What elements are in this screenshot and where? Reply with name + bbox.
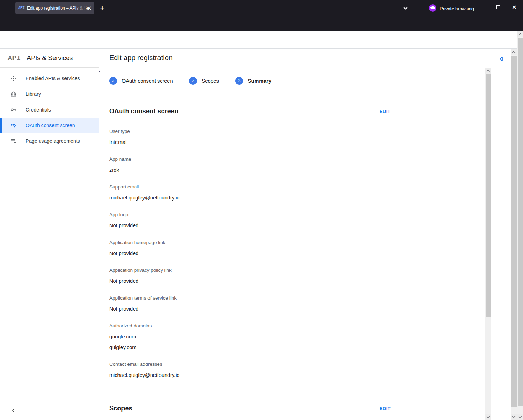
content-scrollbar[interactable] — [485, 68, 491, 420]
step-connector — [177, 81, 185, 81]
scroll-down-icon[interactable] — [485, 414, 491, 420]
sidebar-item-library[interactable]: Library — [0, 86, 99, 102]
scroll-up-icon[interactable] — [517, 31, 523, 37]
field-contact-emails: Contact email addresses michael.quigley@… — [109, 362, 491, 378]
field-value: Not provided — [109, 278, 491, 284]
browser-tab[interactable]: API Edit app registration – APIs & Se ✕ — [15, 2, 94, 14]
scroll-up-icon[interactable] — [485, 68, 491, 74]
field-app-name: App name zrok — [109, 156, 491, 173]
field-value: Internal — [109, 139, 491, 145]
library-icon — [10, 90, 17, 98]
sidebar-product-title: APIs & Services — [27, 55, 73, 62]
field-label: Authorized domains — [109, 323, 491, 329]
tab-title-fade — [74, 2, 86, 14]
step-label: OAuth consent screen — [122, 78, 173, 84]
sidebar-item-label: OAuth consent screen — [26, 123, 75, 128]
tab-close-icon[interactable]: ✕ — [86, 5, 93, 11]
step-check-icon: ✓ — [109, 77, 117, 85]
field-support-email: Support email michael.quigley@netfoundry… — [109, 184, 491, 201]
sidebar-item-label: Enabled APIs & services — [26, 76, 80, 81]
sidebar-nav: Enabled APIs & services Library Credenti… — [0, 68, 99, 149]
scroll-down-icon[interactable] — [511, 414, 517, 420]
stepper: ✓ OAuth consent screen ✓ Scopes 3 Summar… — [109, 77, 491, 85]
sidebar-item-enabled-apis[interactable]: Enabled APIs & services — [0, 71, 99, 86]
field-label: Application terms of service link — [109, 295, 491, 301]
step-label: Summary — [248, 78, 271, 84]
section-divider — [109, 390, 391, 390]
panel-collapse-icon[interactable] — [497, 55, 505, 63]
right-side-panel — [491, 49, 511, 420]
step-summary[interactable]: 3 Summary — [235, 77, 271, 85]
window-minimize-button[interactable] — [474, 0, 490, 14]
api-product-icon: API — [8, 54, 21, 62]
scroll-down-icon[interactable] — [517, 414, 523, 420]
field-value: Not provided — [109, 223, 491, 229]
browser-scrollbar-thumb[interactable] — [518, 38, 523, 406]
field-value: google.com — [109, 334, 491, 340]
private-mask-icon — [429, 4, 436, 13]
field-label: App name — [109, 156, 491, 162]
field-value: quigley.com — [109, 344, 491, 351]
sidebar-item-credentials[interactable]: Credentials — [0, 102, 99, 118]
sidebar-item-label: Library — [26, 91, 41, 97]
field-value: michael.quigley@netfoundry.io — [109, 372, 491, 378]
summary-fields: User type Internal App name zrok Support… — [109, 129, 491, 378]
api-favicon-icon: API — [18, 6, 25, 10]
field-value: zrok — [109, 167, 491, 173]
content-scrollbar-thumb[interactable] — [486, 74, 491, 317]
sidebar-item-page-usage-agreements[interactable]: Page usage agreements — [0, 133, 99, 149]
main-content: Edit app registration ✓ OAuth consent sc… — [100, 49, 491, 420]
step-scopes[interactable]: ✓ Scopes — [189, 77, 219, 85]
key-icon — [10, 106, 17, 113]
browser-window: API Edit app registration – APIs & Se ✕ … — [0, 0, 523, 420]
field-value: Not provided — [109, 250, 491, 256]
new-tab-button[interactable]: + — [98, 4, 107, 13]
edit-scopes-link[interactable]: EDIT — [380, 406, 391, 411]
field-value: michael.quigley@netfoundry.io — [109, 195, 491, 201]
field-user-type: User type Internal — [109, 129, 491, 145]
step-check-icon: ✓ — [189, 77, 197, 85]
browser-toolbar: https://console.cloud.google.com/apis/cr… — [0, 16, 523, 31]
sidebar-item-oauth-consent-screen[interactable]: OAuth consent screen — [0, 118, 99, 133]
tab-list-chevron-icon[interactable] — [400, 4, 411, 12]
sidebar-collapse-icon[interactable] — [9, 406, 17, 414]
field-authorized-domains: Authorized domains google.com quigley.co… — [109, 323, 491, 351]
step-label: Scopes — [202, 78, 219, 84]
main-header: Edit app registration — [100, 49, 491, 67]
field-label: Application privacy policy link — [109, 268, 491, 273]
page-title: Edit app registration — [109, 54, 173, 62]
private-browsing-badge: Private browsing — [429, 4, 474, 13]
field-label: App logo — [109, 212, 491, 218]
field-value: Not provided — [109, 306, 491, 312]
console-scrollbar-thumb[interactable] — [511, 56, 517, 407]
page-usage-agreements-icon — [10, 138, 17, 145]
window-close-button[interactable]: ✕ — [506, 0, 522, 14]
field-privacy-policy-link: Application privacy policy link Not prov… — [109, 268, 491, 284]
step-number: 3 — [235, 77, 243, 85]
browser-scrollbar[interactable] — [517, 31, 523, 420]
field-app-logo: App logo Not provided — [109, 212, 491, 229]
field-label: User type — [109, 129, 491, 134]
private-browsing-label: Private browsing — [440, 6, 474, 11]
field-label: Support email — [109, 184, 491, 190]
console-scrollbar[interactable] — [511, 49, 517, 420]
tab-bar: API Edit app registration – APIs & Se ✕ … — [0, 0, 523, 16]
sidebar: API APIs & Services Enabled APIs & servi… — [0, 49, 99, 420]
field-label: Contact email addresses — [109, 362, 491, 367]
sidebar-header: API APIs & Services — [0, 49, 99, 68]
enabled-apis-icon — [10, 75, 17, 82]
scroll-up-icon[interactable] — [511, 49, 517, 55]
step-oauth-consent-screen[interactable]: ✓ OAuth consent screen — [109, 77, 173, 85]
window-maximize-button[interactable] — [490, 0, 506, 14]
field-terms-of-service-link: Application terms of service link Not pr… — [109, 295, 491, 312]
step-connector — [223, 81, 231, 81]
field-label: Application homepage link — [109, 240, 491, 245]
section-title: OAuth consent screen — [109, 108, 178, 115]
section-header-scopes: Scopes EDIT — [109, 405, 391, 412]
oauth-consent-icon — [10, 122, 17, 129]
sidebar-item-label: Page usage agreements — [26, 138, 80, 144]
section-title: Scopes — [109, 405, 132, 412]
gcloud-header: Google Cloud zrok Search — [0, 31, 523, 49]
edit-oauth-link[interactable]: EDIT — [380, 109, 391, 114]
stepper-divider — [100, 94, 398, 94]
